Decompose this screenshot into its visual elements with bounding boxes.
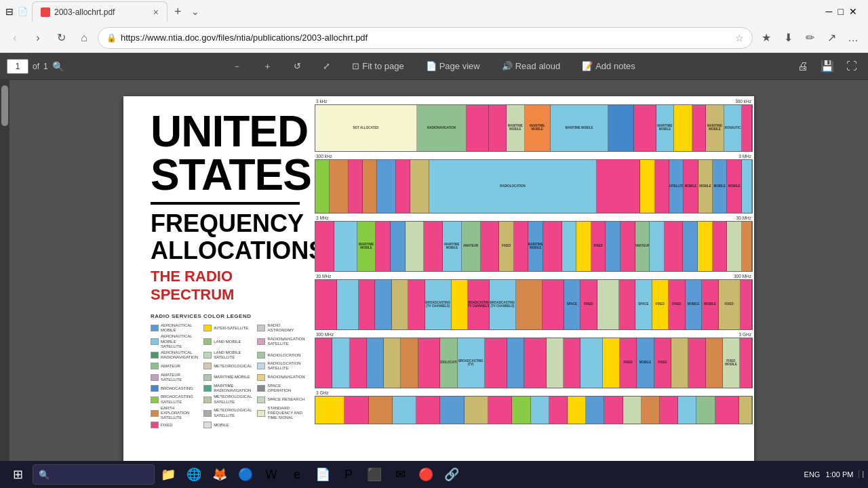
legend-swatch <box>151 363 159 369</box>
freq-section <box>337 280 359 329</box>
legend-swatch <box>151 374 159 381</box>
bookmark-icon[interactable]: ☆ <box>735 33 744 43</box>
legend-item: LAND MOBILE SATELLITE <box>203 350 252 360</box>
freq-section <box>393 396 416 424</box>
fullscreen-btn[interactable]: ⛶ <box>842 58 861 75</box>
frequency-band: MARITIME MOBILEMARITIME MOBILEAMATEURFIX… <box>315 221 753 272</box>
back-btn[interactable]: ‹ <box>5 28 24 47</box>
freq-section <box>692 105 707 151</box>
print-btn[interactable]: 🖨 <box>793 58 812 75</box>
freq-section <box>376 222 391 271</box>
legend-swatch <box>203 338 212 345</box>
forward-btn[interactable]: › <box>28 28 47 47</box>
tab-overflow-btn[interactable]: ⌄ <box>189 6 202 17</box>
band-end-label: 300 kHz <box>735 99 751 104</box>
freq-section <box>564 338 580 388</box>
freq-section: MARITIME MOBILE <box>507 105 524 151</box>
legend-item: METEOROLOGICAL SATELLITE <box>203 394 252 404</box>
rotate-btn[interactable]: ↺ <box>288 58 307 74</box>
freq-section <box>739 396 752 424</box>
window-controls[interactable]: ⊟ <box>5 6 14 17</box>
freq-section: FIXED <box>580 280 597 329</box>
legend-swatch <box>203 374 212 381</box>
pdf-search-icon[interactable]: 🔍 <box>52 61 64 72</box>
home-btn[interactable]: ⌂ <box>75 28 94 47</box>
title-frequency: FREQUENCY <box>151 210 300 237</box>
page-view-icon: 📄 <box>426 61 437 71</box>
new-tab-btn[interactable]: + <box>170 5 186 19</box>
freq-section <box>516 280 542 329</box>
frequency-band: RADIOLOCATIONBROADCASTING (TV)FIXEDMOBIL… <box>315 338 753 388</box>
legend-label: BROADCASTING SATELLITE <box>161 394 198 404</box>
show-desktop-btn[interactable]: | <box>859 470 864 478</box>
taskbar-app-task-manager[interactable]: ⬛ <box>362 462 387 487</box>
taskbar-app-powerpoint[interactable]: P <box>336 462 361 487</box>
freq-section <box>741 280 752 329</box>
freq-section <box>665 222 684 271</box>
legend-swatch <box>257 363 265 369</box>
zoom-in-btn[interactable]: ＋ <box>258 58 277 75</box>
scrollbar-track[interactable] <box>0 80 9 488</box>
taskbar-apps: 📁🌐🦊🔵We📄P⬛✉🔴🔗 <box>156 462 464 487</box>
fit-to-page-label: Fit to page <box>362 61 403 71</box>
taskbar-app-edge-browser[interactable]: 🌐 <box>182 462 206 487</box>
freq-section <box>315 280 337 329</box>
taskbar-app-other2[interactable]: 🔗 <box>439 462 464 487</box>
favorites-btn[interactable]: ★ <box>757 28 776 47</box>
add-notes-btn[interactable]: 📝 Add notes <box>576 58 641 74</box>
url-text: https://www.ntia.doc.gov/files/ntia/publ… <box>121 33 731 43</box>
taskbar-app-other[interactable]: 🔴 <box>414 462 438 487</box>
freq-section <box>650 222 665 271</box>
freq-section: FIXED <box>719 280 741 329</box>
maximize-btn[interactable]: □ <box>838 6 844 17</box>
page-view-btn[interactable]: 📄 Page view <box>420 58 486 74</box>
legend-label: INTER-SATELLITE <box>214 326 248 331</box>
legend-swatch <box>203 410 212 417</box>
freq-section <box>465 396 488 424</box>
browser-tab[interactable]: 2003-allochrt.pdf × <box>32 1 167 22</box>
refresh-btn[interactable]: ↻ <box>52 28 71 47</box>
taskbar-app-ie[interactable]: e <box>285 462 309 487</box>
download-btn[interactable]: ⬇ <box>778 28 797 47</box>
frequency-band: RADIOLOCATIONSATELLITEMOBILEMOBILEMOBILE… <box>315 159 753 214</box>
legend-swatch <box>151 338 159 345</box>
freq-section: FIXED <box>654 338 671 388</box>
fit-page-icon: ⊡ <box>352 61 359 71</box>
legend-swatch <box>203 325 212 331</box>
pdf-page: UNITED STATES FREQUENCY ALLOCATIONS THE … <box>123 96 754 476</box>
freq-section <box>660 396 678 424</box>
fit-to-page-btn[interactable]: ⊡ Fit to page <box>347 58 409 74</box>
window-action-buttons[interactable]: ─ □ ✕ <box>821 6 863 17</box>
taskbar-app-outlook[interactable]: ✉ <box>388 462 412 487</box>
annotate-btn[interactable]: ✏ <box>800 28 819 47</box>
freq-section: BROADCASTING (TV CHANNELS) <box>490 280 516 329</box>
freq-section: RADIOLOCATION <box>440 338 457 388</box>
legend-title: RADIO SERVICES COLOR LEGEND <box>151 313 300 319</box>
share-btn[interactable]: ↗ <box>822 28 841 47</box>
freq-section: MOBILE <box>686 280 703 329</box>
address-bar[interactable]: 🔒 https://www.ntia.doc.gov/files/ntia/pu… <box>98 27 753 49</box>
taskbar-app-pdf-viewer[interactable]: 📄 <box>311 462 335 487</box>
page-number-input[interactable]: 1 <box>7 59 28 74</box>
taskbar-app-word[interactable]: W <box>259 462 283 487</box>
freq-section <box>514 222 529 271</box>
taskbar-search-input[interactable] <box>54 470 149 479</box>
band-start-label: 30 MHz <box>316 274 331 279</box>
taskbar-app-firefox[interactable]: 🦊 <box>208 462 232 487</box>
freq-section <box>543 222 562 271</box>
legend-item: BROADCASTING <box>151 384 198 393</box>
more-btn[interactable]: … <box>844 28 863 47</box>
taskbar-app-chrome[interactable]: 🔵 <box>233 462 258 487</box>
close-btn[interactable]: ✕ <box>849 6 857 17</box>
legend-item: AMATEUR <box>151 361 198 371</box>
taskbar-app-file-explorer[interactable]: 📁 <box>156 462 180 487</box>
taskbar-search[interactable]: 🔍 <box>33 464 155 485</box>
zoom-out-btn[interactable]: － <box>227 58 247 75</box>
start-btn[interactable]: ⊞ <box>4 462 31 487</box>
tab-close-btn[interactable]: × <box>153 7 159 18</box>
scrollbar-thumb[interactable] <box>1 85 8 126</box>
save-btn[interactable]: 💾 <box>816 57 838 75</box>
select-btn[interactable]: ⤢ <box>317 58 336 74</box>
read-aloud-btn[interactable]: 🔊 Read aloud <box>496 58 566 74</box>
minimize-btn[interactable]: ─ <box>826 6 833 17</box>
